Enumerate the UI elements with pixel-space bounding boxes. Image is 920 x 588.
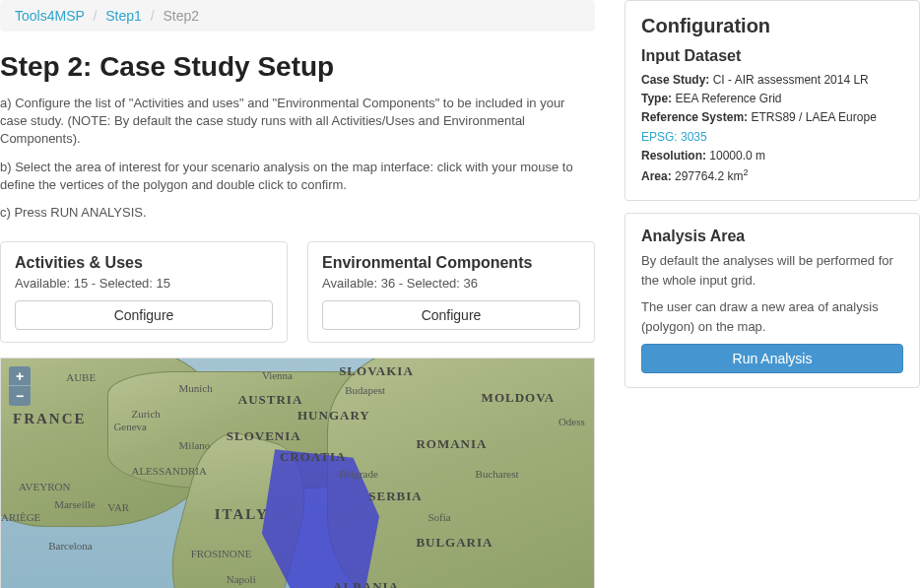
refsys-value: ETRS89 / LAEA Europe	[748, 110, 877, 124]
instruction-a: a) Configure the list of "Activities and…	[0, 95, 595, 149]
run-analysis-button[interactable]: Run Analysis	[641, 344, 903, 373]
activities-configure-button[interactable]: Configure	[15, 300, 273, 330]
area-label: Area:	[641, 169, 672, 183]
dataset-meta: Case Study: CI - AIR assessment 2014 LR …	[641, 71, 903, 186]
page-title: Step 2: Case Study Setup	[0, 51, 595, 83]
map-zoom-controls: + −	[9, 366, 31, 406]
instruction-b: b) Select the area of interest for your …	[0, 159, 595, 194]
breadcrumb-step1[interactable]: Step1	[105, 8, 142, 24]
breadcrumb-sep: /	[146, 8, 160, 24]
zoom-in-button[interactable]: +	[9, 366, 31, 386]
casestudy-value: CI - AIR assessment 2014 LR	[709, 73, 868, 87]
area-sup: 2	[743, 167, 748, 177]
envcomp-subtitle: Available: 36 - Selected: 36	[322, 276, 580, 291]
zoom-out-button[interactable]: −	[9, 386, 31, 406]
activities-subtitle: Available: 15 - Selected: 15	[15, 276, 273, 291]
type-value: EEA Reference Grid	[672, 92, 781, 105]
activities-card: Activities & Uses Available: 15 - Select…	[0, 241, 288, 343]
refsys-label: Reference System:	[641, 110, 748, 124]
configuration-title: Configuration	[641, 15, 903, 37]
map-base	[1, 359, 594, 588]
analysis-area-title: Analysis Area	[641, 228, 903, 245]
breadcrumb-tools4msp[interactable]: Tools4MSP	[15, 8, 85, 24]
type-label: Type:	[641, 92, 672, 105]
map[interactable]: FRANCE ITALY AUBE Munich Zurich Geneva M…	[0, 358, 595, 588]
instruction-c: c) Press RUN ANALYSIS.	[0, 204, 595, 222]
breadcrumb: Tools4MSP / Step1 / Step2	[0, 0, 595, 32]
analysis-area-p1: By default the analyses will be performe…	[641, 251, 903, 290]
configuration-panel: Configuration Input Dataset Case Study: …	[624, 0, 920, 201]
instructions: a) Configure the list of "Activities and…	[0, 95, 595, 222]
breadcrumb-sep: /	[88, 8, 101, 24]
resolution-value: 10000.0 m	[706, 149, 765, 163]
input-dataset-title: Input Dataset	[641, 47, 903, 65]
activities-title: Activities & Uses	[15, 254, 273, 272]
casestudy-label: Case Study:	[641, 73, 709, 87]
envcomp-configure-button[interactable]: Configure	[322, 300, 580, 330]
analysis-area-panel: Analysis Area By default the analyses wi…	[624, 213, 920, 388]
area-value: 297764.2 km	[672, 169, 744, 183]
epsg-link[interactable]: EPSG: 3035	[641, 130, 707, 144]
analysis-area-p2: The user can draw a new area of analysis…	[641, 297, 903, 336]
resolution-label: Resolution:	[641, 149, 706, 163]
envcomp-card: Environmental Components Available: 36 -…	[307, 241, 595, 343]
breadcrumb-step2: Step2	[164, 8, 200, 24]
envcomp-title: Environmental Components	[322, 254, 580, 272]
